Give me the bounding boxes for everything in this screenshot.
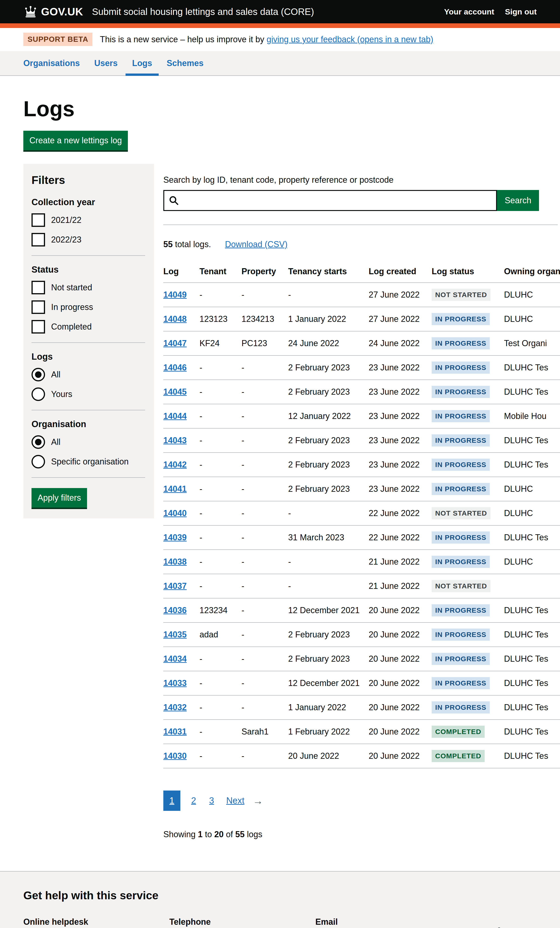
log-id-link[interactable]: 14031	[163, 727, 187, 736]
log-created-cell: 27 June 2022	[369, 282, 432, 307]
apply-filters-button[interactable]: Apply filters	[32, 488, 87, 508]
nav-tab[interactable]: Users	[88, 51, 124, 75]
nav-tab[interactable]: Schemes	[160, 51, 210, 75]
log-created-cell: 20 June 2022	[369, 647, 432, 671]
log-id-link[interactable]: 14049	[163, 290, 187, 299]
table-row: 14032 - - 1 January 2022 20 June 2022 IN…	[163, 695, 560, 720]
nav-tab[interactable]: Organisations	[17, 51, 86, 75]
log-id-link[interactable]: 14039	[163, 533, 187, 542]
owning-organisation-cell: DLUHC Tes	[504, 647, 560, 671]
owning-organisation-cell: DLUHC Tes	[504, 695, 560, 720]
log-id-link[interactable]: 14033	[163, 678, 187, 688]
property-cell: -	[241, 428, 288, 453]
log-id-link[interactable]: 14030	[163, 751, 187, 761]
log-id-link[interactable]: 14038	[163, 557, 187, 566]
log-created-cell: 27 June 2022	[369, 307, 432, 331]
log-id-link[interactable]: 14048	[163, 314, 187, 324]
feedback-link[interactable]: giving us your feedback (opens in a new …	[267, 35, 433, 44]
pagination-page-link[interactable]: 2	[189, 791, 198, 811]
pagination-next-link[interactable]: Next	[226, 796, 244, 806]
table-row: 14038 - - - 21 June 2022 IN PROGRESS DLU…	[163, 549, 560, 574]
table-row: 14034 - - 2 February 2023 20 June 2022 I…	[163, 647, 560, 671]
radio-button[interactable]	[32, 388, 45, 401]
your-account-link[interactable]: Your account	[444, 7, 494, 16]
log-id-link[interactable]: 14035	[163, 630, 187, 639]
create-lettings-log-button[interactable]: Create a new lettings log	[23, 131, 128, 150]
results-summary: 55 total logs. Download (CSV)	[163, 240, 560, 249]
property-cell: -	[241, 501, 288, 525]
status-badge: COMPLETED	[432, 750, 485, 762]
log-id-link[interactable]: 14036	[163, 606, 187, 615]
property-cell: -	[241, 525, 288, 549]
log-id-link[interactable]: 14041	[163, 484, 187, 494]
log-id-link[interactable]: 14045	[163, 387, 187, 397]
checkbox[interactable]	[32, 281, 45, 294]
service-name[interactable]: Submit social housing lettings and sales…	[92, 6, 314, 17]
log-created-cell: 22 June 2022	[369, 501, 432, 525]
tenant-cell: -	[200, 695, 241, 720]
download-csv-link[interactable]: Download (CSV)	[225, 240, 287, 249]
log-created-cell: 24 June 2022	[369, 331, 432, 356]
tenant-cell: -	[200, 647, 241, 671]
filters-divider	[32, 477, 145, 478]
phase-banner-text: This is a new service – help us improve …	[100, 35, 433, 44]
log-created-cell: 23 June 2022	[369, 356, 432, 380]
log-id-link[interactable]: 14037	[163, 581, 187, 591]
log-id-link[interactable]: 14040	[163, 508, 187, 518]
property-cell: -	[241, 404, 288, 428]
tenant-cell: -	[200, 549, 241, 574]
search-button[interactable]: Search	[497, 190, 539, 211]
status-badge: IN PROGRESS	[432, 313, 490, 325]
tenancy-starts-cell: 2 February 2023	[288, 428, 369, 453]
govuk-logo[interactable]: GOV.UK	[23, 5, 83, 18]
main-content: Logs Create a new lettings log Filters C…	[0, 98, 560, 848]
owning-organisation-cell: DLUHC Tes	[504, 671, 560, 695]
log-id-link[interactable]: 14042	[163, 460, 187, 469]
radio-label: All	[51, 370, 60, 380]
sign-out-link[interactable]: Sign out	[505, 7, 537, 16]
tenancy-starts-cell: 20 June 2022	[288, 744, 369, 768]
table-row: 14035 adad - 2 February 2023 20 June 202…	[163, 623, 560, 647]
header-account-nav: Your account Sign out	[444, 7, 537, 16]
log-id-link[interactable]: 14046	[163, 363, 187, 372]
showing-total: 55	[235, 829, 244, 839]
table-row: 14049 - - - 27 June 2022 NOT STARTED DLU…	[163, 282, 560, 307]
tenant-cell: 123234	[200, 598, 241, 623]
tenancy-starts-cell: -	[288, 574, 369, 598]
showing-text: of	[224, 829, 235, 839]
checkbox[interactable]	[32, 301, 45, 314]
footer-title: Get help with this service	[23, 889, 537, 902]
log-id-link[interactable]: 14032	[163, 702, 187, 712]
log-id-link[interactable]: 14043	[163, 435, 187, 445]
support-beta-tag: SUPPORT BETA	[23, 33, 92, 46]
tenancy-starts-cell: 2 February 2023	[288, 623, 369, 647]
log-created-cell: 20 June 2022	[369, 720, 432, 744]
log-id-link[interactable]: 14034	[163, 654, 187, 664]
checkbox[interactable]	[32, 213, 45, 227]
log-created-cell: 23 June 2022	[369, 453, 432, 477]
pagination-page-link[interactable]: 1	[163, 791, 180, 811]
footer-helpdesk-column: Online helpdesk CORE helpdesk (opens in …	[23, 916, 169, 928]
pagination: 1 2 3 Next →	[163, 791, 560, 811]
checkbox-row: 2022/23	[32, 233, 145, 246]
radio-button[interactable]	[32, 368, 45, 382]
property-cell: -	[241, 477, 288, 501]
pagination-page-link[interactable]: 3	[207, 791, 216, 811]
table-row: 14031 - Sarah1 1 February 2022 20 June 2…	[163, 720, 560, 744]
checkbox[interactable]	[32, 320, 45, 334]
log-id-link[interactable]: 14047	[163, 339, 187, 348]
tenant-cell: -	[200, 744, 241, 768]
status-badge: IN PROGRESS	[432, 483, 490, 495]
radio-button[interactable]	[32, 455, 45, 469]
total-logs-count: 55	[163, 240, 172, 249]
log-id-link[interactable]: 14044	[163, 411, 187, 421]
property-cell: -	[241, 282, 288, 307]
checkbox[interactable]	[32, 233, 45, 246]
status-badge: IN PROGRESS	[432, 629, 490, 641]
nav-tab[interactable]: Logs	[125, 51, 159, 75]
table-row: 14048 123123 1234213 1 January 2022 27 J…	[163, 307, 560, 331]
radio-button[interactable]	[32, 435, 45, 449]
tenant-cell: -	[200, 477, 241, 501]
status-options: Not started In progress Completed	[32, 281, 145, 334]
search-input[interactable]	[163, 190, 497, 211]
